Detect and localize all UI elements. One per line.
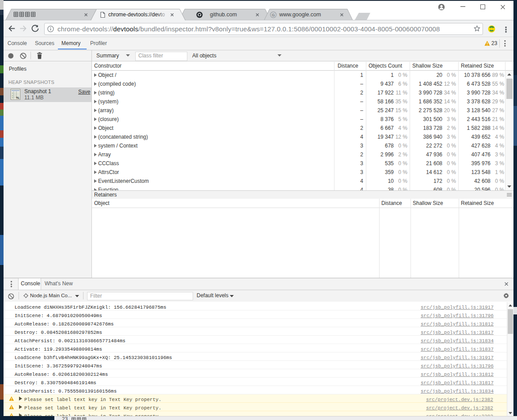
svg-text:G: G: [272, 13, 275, 17]
svg-text:%: %: [16, 96, 19, 100]
